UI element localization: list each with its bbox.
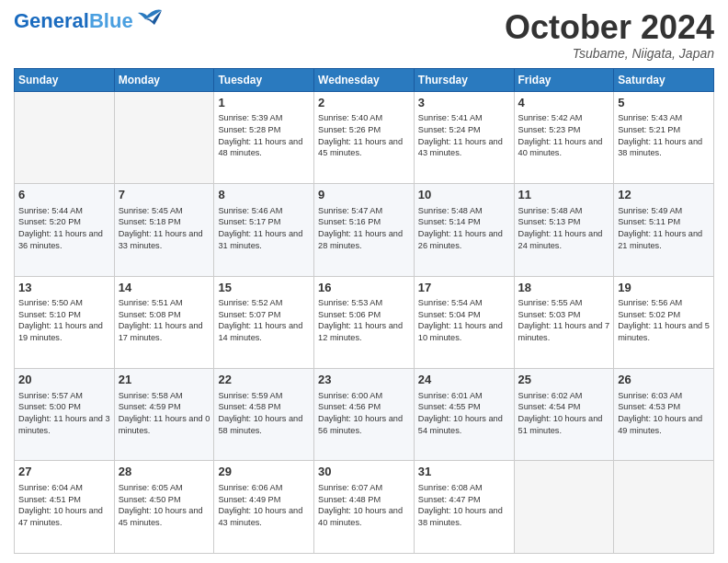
sunset-text: Sunset: 4:50 PM	[119, 494, 210, 506]
day-info: Sunrise: 5:53 AMSunset: 5:06 PMDaylight:…	[318, 297, 410, 344]
sunset-text: Sunset: 4:55 PM	[418, 401, 510, 413]
sunrise-text: Sunrise: 5:43 AM	[618, 112, 710, 124]
daylight-text: Daylight: 10 hours and 40 minutes.	[318, 505, 410, 528]
table-row: 7Sunrise: 5:45 AMSunset: 5:18 PMDaylight…	[114, 184, 214, 276]
table-row: 21Sunrise: 5:58 AMSunset: 4:59 PMDayligh…	[114, 369, 214, 461]
sunrise-text: Sunrise: 5:41 AM	[418, 112, 510, 124]
table-row: 31Sunrise: 6:08 AMSunset: 4:47 PMDayligh…	[414, 461, 514, 554]
sunrise-text: Sunrise: 5:39 AM	[218, 112, 310, 124]
table-row: 10Sunrise: 5:48 AMSunset: 5:14 PMDayligh…	[414, 184, 514, 276]
sunset-text: Sunset: 5:20 PM	[18, 216, 110, 228]
day-number: 1	[218, 95, 310, 111]
table-row: 20Sunrise: 5:57 AMSunset: 5:00 PMDayligh…	[15, 369, 115, 461]
day-info: Sunrise: 5:58 AMSunset: 4:59 PMDaylight:…	[119, 390, 210, 437]
day-info: Sunrise: 6:05 AMSunset: 4:50 PMDaylight:…	[119, 482, 210, 529]
table-row: 18Sunrise: 5:55 AMSunset: 5:03 PMDayligh…	[514, 276, 614, 368]
day-number: 29	[218, 464, 310, 480]
day-info: Sunrise: 5:48 AMSunset: 5:14 PMDaylight:…	[418, 205, 510, 252]
table-row	[15, 91, 115, 183]
daylight-text: Daylight: 11 hours and 5 minutes.	[618, 320, 710, 343]
daylight-text: Daylight: 10 hours and 49 minutes.	[618, 413, 710, 436]
sunrise-text: Sunrise: 5:53 AM	[318, 297, 410, 309]
day-info: Sunrise: 5:47 AMSunset: 5:16 PMDaylight:…	[318, 205, 410, 252]
daylight-text: Daylight: 11 hours and 14 minutes.	[218, 320, 310, 343]
day-info: Sunrise: 5:49 AMSunset: 5:11 PMDaylight:…	[618, 205, 710, 252]
day-number: 20	[18, 372, 110, 388]
table-row	[514, 461, 614, 554]
sunset-text: Sunset: 5:28 PM	[218, 124, 310, 136]
table-row: 9Sunrise: 5:47 AMSunset: 5:16 PMDaylight…	[314, 184, 415, 276]
day-info: Sunrise: 5:46 AMSunset: 5:17 PMDaylight:…	[218, 205, 310, 252]
sunset-text: Sunset: 5:11 PM	[618, 216, 710, 228]
day-number: 13	[18, 280, 110, 296]
sunset-text: Sunset: 5:14 PM	[418, 216, 510, 228]
day-number: 21	[119, 372, 210, 388]
sunset-text: Sunset: 5:17 PM	[218, 216, 310, 228]
logo-bird-icon	[136, 8, 165, 29]
logo-part1: GeneralBlue	[14, 9, 133, 33]
day-number: 12	[618, 187, 710, 203]
sunset-text: Sunset: 5:00 PM	[18, 401, 110, 413]
location-subtitle: Tsubame, Niigata, Japan	[505, 46, 714, 61]
sunset-text: Sunset: 4:53 PM	[618, 401, 710, 413]
day-info: Sunrise: 6:01 AMSunset: 4:55 PMDaylight:…	[418, 390, 510, 437]
day-info: Sunrise: 5:51 AMSunset: 5:08 PMDaylight:…	[119, 297, 210, 344]
daylight-text: Daylight: 11 hours and 3 minutes.	[18, 413, 110, 436]
day-number: 3	[418, 95, 510, 111]
daylight-text: Daylight: 11 hours and 38 minutes.	[618, 136, 710, 159]
table-row: 4Sunrise: 5:42 AMSunset: 5:23 PMDaylight…	[514, 91, 614, 183]
day-info: Sunrise: 5:42 AMSunset: 5:23 PMDaylight:…	[518, 112, 610, 159]
table-row: 5Sunrise: 5:43 AMSunset: 5:21 PMDaylight…	[614, 91, 714, 183]
day-number: 25	[518, 372, 610, 388]
sunrise-text: Sunrise: 6:07 AM	[318, 482, 410, 494]
sunset-text: Sunset: 4:49 PM	[218, 494, 310, 506]
daylight-text: Daylight: 11 hours and 10 minutes.	[418, 320, 510, 343]
daylight-text: Daylight: 10 hours and 58 minutes.	[218, 413, 310, 436]
sunrise-text: Sunrise: 5:47 AM	[318, 205, 410, 217]
daylight-text: Daylight: 11 hours and 28 minutes.	[318, 228, 410, 251]
sunset-text: Sunset: 4:58 PM	[218, 401, 310, 413]
calendar-week-row: 1Sunrise: 5:39 AMSunset: 5:28 PMDaylight…	[15, 91, 714, 183]
day-number: 30	[318, 464, 410, 480]
sunrise-text: Sunrise: 5:55 AM	[518, 297, 610, 309]
sunset-text: Sunset: 5:07 PM	[218, 309, 310, 321]
header-wednesday: Wednesday	[314, 68, 415, 91]
header-friday: Friday	[514, 68, 614, 91]
day-info: Sunrise: 5:48 AMSunset: 5:13 PMDaylight:…	[518, 205, 610, 252]
sunset-text: Sunset: 5:06 PM	[318, 309, 410, 321]
day-number: 24	[418, 372, 510, 388]
table-row: 12Sunrise: 5:49 AMSunset: 5:11 PMDayligh…	[614, 184, 714, 276]
table-row: 26Sunrise: 6:03 AMSunset: 4:53 PMDayligh…	[614, 369, 714, 461]
table-row: 11Sunrise: 5:48 AMSunset: 5:13 PMDayligh…	[514, 184, 614, 276]
header-monday: Monday	[114, 68, 214, 91]
daylight-text: Daylight: 10 hours and 51 minutes.	[518, 413, 610, 436]
daylight-text: Daylight: 11 hours and 12 minutes.	[318, 320, 410, 343]
daylight-text: Daylight: 11 hours and 31 minutes.	[218, 228, 310, 251]
sunset-text: Sunset: 5:02 PM	[618, 309, 710, 321]
day-number: 26	[618, 372, 710, 388]
sunrise-text: Sunrise: 5:51 AM	[119, 297, 210, 309]
sunset-text: Sunset: 5:24 PM	[418, 124, 510, 136]
day-number: 10	[418, 187, 510, 203]
sunset-text: Sunset: 4:48 PM	[318, 494, 410, 506]
table-row: 24Sunrise: 6:01 AMSunset: 4:55 PMDayligh…	[414, 369, 514, 461]
day-number: 16	[318, 280, 410, 296]
header-saturday: Saturday	[614, 68, 714, 91]
table-row: 17Sunrise: 5:54 AMSunset: 5:04 PMDayligh…	[414, 276, 514, 368]
day-info: Sunrise: 6:07 AMSunset: 4:48 PMDaylight:…	[318, 482, 410, 529]
header-sunday: Sunday	[15, 68, 115, 91]
day-info: Sunrise: 5:55 AMSunset: 5:03 PMDaylight:…	[518, 297, 610, 344]
day-info: Sunrise: 5:41 AMSunset: 5:24 PMDaylight:…	[418, 112, 510, 159]
sunrise-text: Sunrise: 6:02 AM	[518, 390, 610, 402]
sunrise-text: Sunrise: 5:59 AM	[218, 390, 310, 402]
daylight-text: Daylight: 10 hours and 38 minutes.	[418, 505, 510, 528]
sunrise-text: Sunrise: 5:48 AM	[418, 205, 510, 217]
sunset-text: Sunset: 4:47 PM	[418, 494, 510, 506]
sunset-text: Sunset: 4:51 PM	[18, 494, 110, 506]
daylight-text: Daylight: 10 hours and 47 minutes.	[18, 505, 110, 528]
month-title: October 2024	[505, 9, 714, 46]
sunset-text: Sunset: 5:08 PM	[119, 309, 210, 321]
daylight-text: Daylight: 10 hours and 54 minutes.	[418, 413, 510, 436]
day-info: Sunrise: 5:54 AMSunset: 5:04 PMDaylight:…	[418, 297, 510, 344]
table-row: 30Sunrise: 6:07 AMSunset: 4:48 PMDayligh…	[314, 461, 415, 554]
